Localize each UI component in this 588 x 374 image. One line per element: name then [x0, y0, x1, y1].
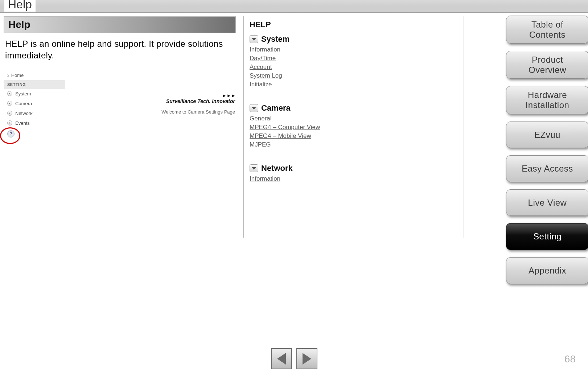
mini-home-link: ⌂ Home: [4, 71, 65, 80]
help-link[interactable]: Information: [250, 175, 280, 182]
nav-setting[interactable]: Setting: [506, 223, 588, 250]
nav-label: ProductOverview: [529, 55, 566, 75]
nav-hardware-installation[interactable]: HardwareInstallation: [506, 86, 588, 114]
nav-label: Table ofContents: [529, 20, 566, 40]
help-section-header-camera: Camera: [250, 103, 457, 113]
nav-ezvuu[interactable]: EZvuu: [506, 122, 588, 148]
nav-live-view[interactable]: Live View: [506, 189, 588, 216]
main-columns: Help HELP is an online help and support.…: [0, 13, 588, 238]
next-page-button[interactable]: [296, 348, 317, 369]
nav-product-overview[interactable]: ProductOverview: [506, 51, 588, 79]
highlight-circle-icon: [0, 127, 20, 144]
mini-right-area: ► ► ► Surveillance Tech. Innovator Welco…: [161, 93, 235, 115]
mini-item-label: Camera: [15, 101, 32, 106]
mini-item-label: Events: [15, 120, 30, 126]
nav-label: HardwareInstallation: [526, 90, 570, 110]
page-title: Help: [4, 0, 36, 12]
home-icon: ⌂: [7, 73, 9, 77]
expand-icon: [7, 111, 12, 116]
help-section-title: System: [261, 34, 289, 44]
nav-label: Setting: [533, 231, 562, 241]
bottom-bar: 68: [0, 348, 588, 374]
page-arrows: [271, 348, 317, 369]
help-link[interactable]: Initialize: [250, 81, 272, 88]
page-number: 68: [564, 353, 576, 365]
nav-label: Live View: [528, 198, 567, 207]
help-section-title: Camera: [261, 103, 291, 113]
help-link[interactable]: Day/Time: [250, 55, 276, 62]
help-link[interactable]: MPEG4 – Mobile View: [250, 132, 311, 140]
help-panel: HELP System Information Day/Time Account…: [243, 16, 464, 238]
brand-text: Surveillance Tech. Innovator: [161, 98, 235, 104]
expand-icon: [7, 91, 12, 96]
mini-item-network: Network: [4, 108, 65, 118]
welcome-text: Welcome to Camera Settings Page: [161, 109, 235, 115]
section-header: Help: [4, 16, 236, 33]
mini-item-events: Events: [4, 118, 65, 128]
section-description: HELP is an online help and support. It p…: [4, 33, 236, 62]
help-section-header-system: System: [250, 34, 457, 44]
arrow-right-icon: [303, 353, 311, 365]
help-panel-title: HELP: [250, 20, 457, 29]
help-link[interactable]: System Log: [250, 72, 282, 79]
help-link[interactable]: Information: [250, 46, 280, 53]
nav-easy-access[interactable]: Easy Access: [506, 155, 588, 182]
dropdown-icon: [250, 35, 258, 43]
help-section-title: Network: [261, 164, 293, 173]
mini-item-label: System: [15, 91, 31, 96]
triple-arrow-icon: ► ► ►: [161, 93, 235, 98]
mini-item-label: Network: [15, 111, 33, 116]
mini-home-label: Home: [11, 73, 24, 78]
expand-icon: [7, 101, 12, 106]
embedded-settings-screenshot: ⌂ Home SETTING System Camera Network: [4, 71, 235, 137]
dropdown-icon: [250, 164, 258, 172]
nav-label: EZvuu: [534, 130, 560, 140]
help-link[interactable]: MJPEG: [250, 141, 271, 148]
help-section-header-network: Network: [250, 164, 457, 173]
mini-sidebar: ⌂ Home SETTING System Camera Network: [4, 71, 65, 137]
left-column: Help HELP is an online help and support.…: [4, 16, 236, 137]
arrow-left-icon: [277, 353, 286, 365]
prev-page-button[interactable]: [271, 348, 292, 369]
help-link[interactable]: General: [250, 115, 271, 122]
dropdown-icon: [250, 104, 258, 112]
mini-item-camera: Camera: [4, 99, 65, 108]
expand-icon: [7, 120, 12, 126]
nav-label: Easy Access: [522, 164, 573, 173]
nav-table-of-contents[interactable]: Table ofContents: [506, 16, 588, 44]
nav-sidebar: Table ofContents ProductOverview Hardwar…: [506, 16, 586, 284]
top-bar: Help: [0, 0, 588, 13]
help-link[interactable]: Account: [250, 63, 272, 71]
mini-item-system: System: [4, 89, 65, 99]
mini-setting-header: SETTING: [4, 80, 65, 89]
help-link[interactable]: MPEG4 – Computer View: [250, 124, 320, 131]
nav-appendix[interactable]: Appendix: [506, 257, 588, 284]
nav-label: Appendix: [529, 266, 566, 275]
